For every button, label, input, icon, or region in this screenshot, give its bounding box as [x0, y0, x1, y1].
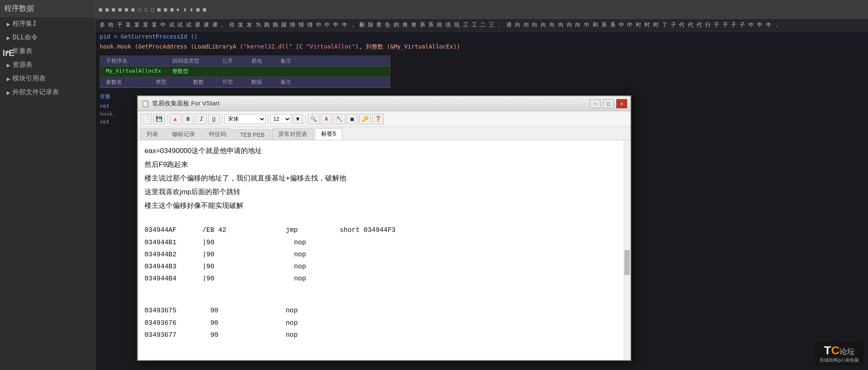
- asm-mnem-5: nop: [294, 273, 336, 285]
- resource-icon: ▶: [7, 62, 10, 68]
- tc-logo-text: TC论坛: [824, 344, 854, 357]
- sep3: [268, 114, 268, 124]
- pcol-name: 参数名: [100, 77, 150, 87]
- sidebar-item-resource[interactable]: ▶ 资源表: [0, 58, 95, 72]
- popup-content-wrapper: eax=03490000这个就是他申请的地址 然后F9跑起来 楼主说过那个偏移的…: [138, 140, 630, 360]
- asm-bytes-4: |90: [194, 261, 261, 273]
- sidebar-label-1: DLL命令: [12, 33, 38, 42]
- new-button[interactable]: 📄: [140, 114, 152, 124]
- sidebar-label-5: 外部文件记录表: [12, 88, 59, 97]
- col-rettype: 回回值类型: [167, 56, 216, 66]
- asm-operand-1: short 034944F3: [340, 225, 395, 236]
- col-subname: 子程序名: [100, 56, 167, 66]
- col-ypkg: 易包: [245, 56, 275, 66]
- cell-pub: [216, 66, 245, 76]
- asm-bytes-8: 90: [194, 330, 261, 341]
- sidebar-label-4: 模块引用表: [12, 74, 46, 83]
- asm-table-2: 03493675 90 nop 03493676 90 nop 03493677…: [145, 305, 622, 341]
- asm-addr-6: 03493675: [145, 305, 194, 316]
- pcol-type: 类型: [150, 77, 187, 87]
- square-button[interactable]: ■: [346, 114, 358, 124]
- asm-addr-5: 034944B4: [145, 273, 194, 285]
- search-button[interactable]: 🔍: [308, 114, 319, 124]
- help-button[interactable]: ❓: [372, 114, 384, 124]
- wrench-button[interactable]: 🔧: [333, 114, 345, 124]
- col-public: 公开: [216, 56, 245, 66]
- asm-table: 034944AF /EB 42 jmp short 034944F3 03494…: [145, 225, 622, 285]
- asm-row-8: 03493677 90 nop: [145, 330, 622, 341]
- bold-button[interactable]: B: [182, 114, 194, 124]
- code-pid-line: pid = GetCurrentProcessId (): [96, 32, 868, 41]
- asm-mnem-7: nop: [286, 318, 327, 329]
- cell-ypkg: [245, 66, 275, 76]
- content-line-4: 这里我喜欢jmp后面的那个跳转: [145, 186, 622, 198]
- scrollbar-thumb[interactable]: [625, 250, 630, 275]
- asm-row-6: 03493675 90 nop: [145, 305, 622, 316]
- asm-addr-8: 03493677: [145, 330, 194, 341]
- popup-titlebar: 📋 笔易收集面板 For VStart — □ ✕: [138, 96, 630, 111]
- sub-procedure-table: 子程序名 回回值类型 公开 易包 备注 My_VirtualAllocEx 整数…: [100, 56, 864, 88]
- asm-bytes-5: |90: [194, 273, 261, 285]
- dropdown-arrow[interactable]: ▼: [292, 114, 303, 124]
- content-line-5: 楼主这个偏移好像不能实现破解: [145, 200, 622, 212]
- tab-teb-peb[interactable]: TEB PEB: [234, 129, 271, 140]
- sep1: [167, 114, 167, 124]
- sidebar-item-dll[interactable]: ▶ DLL命令: [0, 31, 95, 44]
- cell-ret: 整数型: [167, 66, 216, 76]
- blank-1: [145, 213, 622, 222]
- sidebar-item-external[interactable]: ▶ 外部文件记录表: [0, 85, 95, 99]
- close-button[interactable]: ✕: [616, 99, 627, 108]
- asm-addr-2: 034944B1: [145, 237, 194, 248]
- popup-content[interactable]: eax=03490000这个就是他申请的地址 然后F9跑起来 楼主说过那个偏移的…: [138, 140, 630, 360]
- font-selector[interactable]: 宋体: [224, 114, 266, 124]
- tc-logo-sub: 塔城助网@小南电脑: [819, 357, 859, 363]
- tab-records[interactable]: 锄标记录: [166, 129, 201, 140]
- pcol-note: 备注: [275, 77, 324, 87]
- asm-row-4: 034944B3 |90 nop: [145, 261, 622, 273]
- asm-row-2: 034944B1 |90 nop: [145, 237, 622, 248]
- maximize-button[interactable]: □: [603, 99, 614, 108]
- triangle-button[interactable]: ▲: [169, 114, 181, 124]
- tab-label5[interactable]: 标签5: [315, 128, 342, 140]
- key-button[interactable]: 🔑: [359, 114, 371, 124]
- tc-logo-box: TC论坛 塔城助网@小南电脑: [814, 342, 864, 366]
- content-line-1: eax=03490000这个就是他申请的地址: [145, 145, 622, 157]
- minimize-button[interactable]: —: [590, 99, 601, 108]
- code-hook-line: hook.Hook (GetProcAddress (LoadLibraryA …: [96, 41, 868, 52]
- program-icon: ▶: [7, 21, 10, 27]
- popup-window: 📋 笔易收集面板 For VStart — □ ✕ 📄 💾 ▲ B I U 宋体…: [137, 95, 631, 361]
- asm-mnem-2: nop: [294, 237, 336, 248]
- asm-row-1: 034944AF /EB 42 jmp short 034944F3: [145, 225, 622, 236]
- font-color-button[interactable]: A: [321, 114, 332, 124]
- asm-bytes-1: /EB 42: [194, 225, 261, 236]
- tab-list[interactable]: 列表: [140, 129, 164, 140]
- italic-button[interactable]: I: [195, 114, 207, 124]
- asm-row-7: 03493676 90 nop: [145, 318, 622, 329]
- asm-addr-7: 03493676: [145, 318, 194, 329]
- font-size-selector[interactable]: 12 14 16: [270, 114, 291, 124]
- sidebar-item-module[interactable]: ▶ 模块引用表: [0, 72, 95, 85]
- popup-title-text: 笔易收集面板 For VStart: [152, 100, 587, 107]
- asm-addr-4: 034944B3: [145, 261, 194, 273]
- sidebar-label-3: 资源表: [12, 61, 32, 69]
- asm-mnem-8: nop: [286, 330, 327, 341]
- tab-exception[interactable]: 异常对照表: [272, 129, 314, 140]
- content-line-2: 然后F9跑起来: [145, 159, 622, 171]
- toolbar-placeholder: ■ ■ ■ ■ ■ ■ ▢ ▢ ▢ ■ ■ ■ ▶ ▮ ▮ ■ ■: [99, 6, 206, 12]
- sidebar-item-program[interactable]: ▶ 程序集I: [0, 17, 95, 31]
- sep4: [305, 114, 306, 124]
- content-line-3: 楼主说过那个偏移的地址了，我们就直接基址+偏移去找，破解他: [145, 173, 622, 185]
- tab-signature[interactable]: 特征码: [203, 129, 233, 140]
- underline-button[interactable]: U: [208, 114, 220, 124]
- asm-bytes-2: |90: [194, 237, 261, 248]
- pcol-null: 可空: [216, 77, 245, 87]
- pcol-arr: 数组: [245, 77, 275, 87]
- asm-addr-3: 034944B2: [145, 249, 194, 260]
- cell-name: My_VirtualAllocEx: [100, 66, 167, 76]
- asm-mnem-3: nop: [294, 249, 336, 260]
- asm-addr-1: 034944AF: [145, 225, 194, 236]
- debugger-toolbar: ■ ■ ■ ■ ■ ■ ▢ ▢ ▢ ■ ■ ■ ▶ ▮ ▮ ■ ■: [96, 0, 868, 19]
- external-icon: ▶: [7, 89, 10, 96]
- save-button[interactable]: 💾: [153, 114, 165, 124]
- asm-bytes-7: 90: [194, 318, 261, 329]
